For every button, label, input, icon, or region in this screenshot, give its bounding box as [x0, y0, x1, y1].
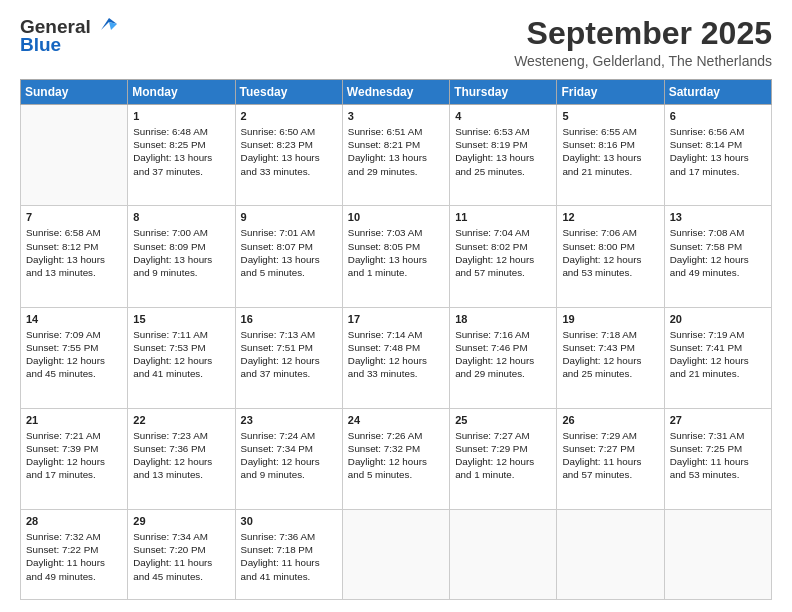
day-cell-w2d1: 7Sunrise: 6:58 AM Sunset: 8:12 PM Daylig… [21, 206, 128, 307]
day-number: 14 [26, 312, 122, 327]
day-number: 11 [455, 210, 551, 225]
day-number: 17 [348, 312, 444, 327]
day-info: Sunrise: 7:03 AM Sunset: 8:05 PM Dayligh… [348, 226, 444, 279]
day-cell-w4d4: 24Sunrise: 7:26 AM Sunset: 7:32 PM Dayli… [342, 408, 449, 509]
day-cell-w1d4: 3Sunrise: 6:51 AM Sunset: 8:21 PM Daylig… [342, 105, 449, 206]
month-title: September 2025 [514, 16, 772, 51]
day-info: Sunrise: 6:58 AM Sunset: 8:12 PM Dayligh… [26, 226, 122, 279]
day-number: 7 [26, 210, 122, 225]
day-cell-w1d6: 5Sunrise: 6:55 AM Sunset: 8:16 PM Daylig… [557, 105, 664, 206]
day-number: 10 [348, 210, 444, 225]
day-cell-w5d6 [557, 510, 664, 600]
day-info: Sunrise: 6:53 AM Sunset: 8:19 PM Dayligh… [455, 125, 551, 178]
day-info: Sunrise: 7:06 AM Sunset: 8:00 PM Dayligh… [562, 226, 658, 279]
day-cell-w4d5: 25Sunrise: 7:27 AM Sunset: 7:29 PM Dayli… [450, 408, 557, 509]
day-cell-w2d7: 13Sunrise: 7:08 AM Sunset: 7:58 PM Dayli… [664, 206, 771, 307]
day-cell-w3d1: 14Sunrise: 7:09 AM Sunset: 7:55 PM Dayli… [21, 307, 128, 408]
col-thursday: Thursday [450, 80, 557, 105]
day-info: Sunrise: 7:04 AM Sunset: 8:02 PM Dayligh… [455, 226, 551, 279]
week-row-1: 1Sunrise: 6:48 AM Sunset: 8:25 PM Daylig… [21, 105, 772, 206]
day-info: Sunrise: 6:55 AM Sunset: 8:16 PM Dayligh… [562, 125, 658, 178]
day-cell-w3d7: 20Sunrise: 7:19 AM Sunset: 7:41 PM Dayli… [664, 307, 771, 408]
day-number: 4 [455, 109, 551, 124]
col-monday: Monday [128, 80, 235, 105]
day-info: Sunrise: 6:48 AM Sunset: 8:25 PM Dayligh… [133, 125, 229, 178]
day-number: 16 [241, 312, 337, 327]
day-info: Sunrise: 7:31 AM Sunset: 7:25 PM Dayligh… [670, 429, 766, 482]
day-cell-w2d4: 10Sunrise: 7:03 AM Sunset: 8:05 PM Dayli… [342, 206, 449, 307]
day-info: Sunrise: 7:09 AM Sunset: 7:55 PM Dayligh… [26, 328, 122, 381]
day-info: Sunrise: 7:08 AM Sunset: 7:58 PM Dayligh… [670, 226, 766, 279]
day-number: 13 [670, 210, 766, 225]
day-cell-w1d7: 6Sunrise: 6:56 AM Sunset: 8:14 PM Daylig… [664, 105, 771, 206]
day-number: 6 [670, 109, 766, 124]
logo-blue-text: Blue [20, 34, 61, 56]
day-cell-w5d4 [342, 510, 449, 600]
day-cell-w4d3: 23Sunrise: 7:24 AM Sunset: 7:34 PM Dayli… [235, 408, 342, 509]
day-number: 18 [455, 312, 551, 327]
day-number: 22 [133, 413, 229, 428]
day-cell-w4d1: 21Sunrise: 7:21 AM Sunset: 7:39 PM Dayli… [21, 408, 128, 509]
day-cell-w4d6: 26Sunrise: 7:29 AM Sunset: 7:27 PM Dayli… [557, 408, 664, 509]
day-cell-w2d2: 8Sunrise: 7:00 AM Sunset: 8:09 PM Daylig… [128, 206, 235, 307]
day-cell-w3d2: 15Sunrise: 7:11 AM Sunset: 7:53 PM Dayli… [128, 307, 235, 408]
day-number: 26 [562, 413, 658, 428]
day-info: Sunrise: 7:32 AM Sunset: 7:22 PM Dayligh… [26, 530, 122, 583]
col-friday: Friday [557, 80, 664, 105]
week-row-2: 7Sunrise: 6:58 AM Sunset: 8:12 PM Daylig… [21, 206, 772, 307]
day-info: Sunrise: 7:29 AM Sunset: 7:27 PM Dayligh… [562, 429, 658, 482]
day-info: Sunrise: 7:21 AM Sunset: 7:39 PM Dayligh… [26, 429, 122, 482]
day-number: 5 [562, 109, 658, 124]
day-cell-w2d5: 11Sunrise: 7:04 AM Sunset: 8:02 PM Dayli… [450, 206, 557, 307]
day-info: Sunrise: 7:24 AM Sunset: 7:34 PM Dayligh… [241, 429, 337, 482]
day-info: Sunrise: 7:23 AM Sunset: 7:36 PM Dayligh… [133, 429, 229, 482]
day-cell-w5d2: 29Sunrise: 7:34 AM Sunset: 7:20 PM Dayli… [128, 510, 235, 600]
day-cell-w1d5: 4Sunrise: 6:53 AM Sunset: 8:19 PM Daylig… [450, 105, 557, 206]
day-cell-w2d6: 12Sunrise: 7:06 AM Sunset: 8:00 PM Dayli… [557, 206, 664, 307]
day-number: 30 [241, 514, 337, 529]
day-info: Sunrise: 7:01 AM Sunset: 8:07 PM Dayligh… [241, 226, 337, 279]
day-number: 9 [241, 210, 337, 225]
logo: General Blue [20, 16, 117, 56]
day-cell-w1d2: 1Sunrise: 6:48 AM Sunset: 8:25 PM Daylig… [128, 105, 235, 206]
day-info: Sunrise: 7:34 AM Sunset: 7:20 PM Dayligh… [133, 530, 229, 583]
col-saturday: Saturday [664, 80, 771, 105]
day-cell-w1d1 [21, 105, 128, 206]
col-sunday: Sunday [21, 80, 128, 105]
col-tuesday: Tuesday [235, 80, 342, 105]
day-info: Sunrise: 7:19 AM Sunset: 7:41 PM Dayligh… [670, 328, 766, 381]
day-cell-w3d3: 16Sunrise: 7:13 AM Sunset: 7:51 PM Dayli… [235, 307, 342, 408]
location: Westeneng, Gelderland, The Netherlands [514, 53, 772, 69]
day-number: 12 [562, 210, 658, 225]
week-row-4: 21Sunrise: 7:21 AM Sunset: 7:39 PM Dayli… [21, 408, 772, 509]
day-number: 23 [241, 413, 337, 428]
day-cell-w3d5: 18Sunrise: 7:16 AM Sunset: 7:46 PM Dayli… [450, 307, 557, 408]
day-number: 1 [133, 109, 229, 124]
day-cell-w5d1: 28Sunrise: 7:32 AM Sunset: 7:22 PM Dayli… [21, 510, 128, 600]
day-cell-w5d3: 30Sunrise: 7:36 AM Sunset: 7:18 PM Dayli… [235, 510, 342, 600]
day-info: Sunrise: 6:50 AM Sunset: 8:23 PM Dayligh… [241, 125, 337, 178]
day-number: 20 [670, 312, 766, 327]
day-number: 29 [133, 514, 229, 529]
day-number: 3 [348, 109, 444, 124]
day-number: 27 [670, 413, 766, 428]
day-info: Sunrise: 7:27 AM Sunset: 7:29 PM Dayligh… [455, 429, 551, 482]
day-cell-w5d5 [450, 510, 557, 600]
day-cell-w2d3: 9Sunrise: 7:01 AM Sunset: 8:07 PM Daylig… [235, 206, 342, 307]
header: General Blue September 2025 Westeneng, G… [20, 16, 772, 69]
day-cell-w5d7 [664, 510, 771, 600]
day-number: 21 [26, 413, 122, 428]
day-info: Sunrise: 7:11 AM Sunset: 7:53 PM Dayligh… [133, 328, 229, 381]
day-cell-w3d6: 19Sunrise: 7:18 AM Sunset: 7:43 PM Dayli… [557, 307, 664, 408]
week-row-5: 28Sunrise: 7:32 AM Sunset: 7:22 PM Dayli… [21, 510, 772, 600]
day-info: Sunrise: 7:13 AM Sunset: 7:51 PM Dayligh… [241, 328, 337, 381]
day-info: Sunrise: 7:36 AM Sunset: 7:18 PM Dayligh… [241, 530, 337, 583]
day-info: Sunrise: 6:56 AM Sunset: 8:14 PM Dayligh… [670, 125, 766, 178]
day-cell-w4d2: 22Sunrise: 7:23 AM Sunset: 7:36 PM Dayli… [128, 408, 235, 509]
page: General Blue September 2025 Westeneng, G… [0, 0, 792, 612]
day-cell-w4d7: 27Sunrise: 7:31 AM Sunset: 7:25 PM Dayli… [664, 408, 771, 509]
day-number: 8 [133, 210, 229, 225]
day-number: 2 [241, 109, 337, 124]
week-row-3: 14Sunrise: 7:09 AM Sunset: 7:55 PM Dayli… [21, 307, 772, 408]
col-wednesday: Wednesday [342, 80, 449, 105]
